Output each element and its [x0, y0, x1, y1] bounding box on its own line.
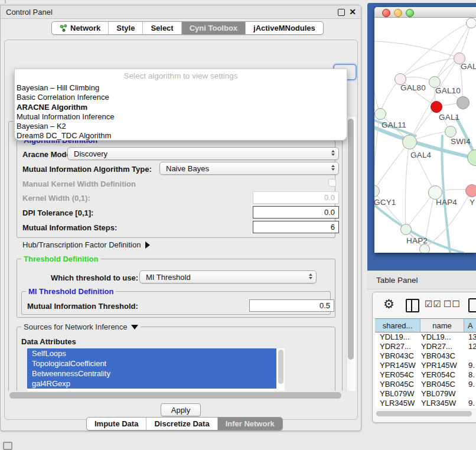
table-panel-window: ⚙ ☑☑ ☐☐ shared... name A YDL19...YDL19..…: [372, 292, 476, 423]
stepper-icon: [331, 165, 335, 171]
network-node-gal4[interactable]: [402, 135, 417, 149]
algorithm-item[interactable]: Bayesian – K2: [15, 122, 347, 131]
table-panel-header: Table Panel: [367, 270, 476, 289]
node-label: GCY1: [374, 198, 396, 207]
mi-threshold-input[interactable]: 0.5: [249, 299, 334, 312]
hub-definition-toggle[interactable]: Hub/Transcription Factor Definition: [22, 240, 150, 249]
bottom-tabbar: Impute Data Discretize Data Infer Networ…: [86, 417, 283, 431]
algorithm-popup-prompt: Select algorithm to view settings: [15, 69, 347, 83]
node-label: Y: [470, 198, 475, 207]
attribute-item[interactable]: SelfLoops: [27, 348, 276, 358]
screen: Control Panel ✕ Network Style Select Cyn…: [0, 0, 476, 450]
tab-network[interactable]: Network: [52, 22, 108, 34]
table-toolbar: ⚙ ☑☑ ☐☐: [373, 292, 476, 318]
kernel-width-label: Kernel Width (0,1):: [22, 194, 90, 203]
kernel-width-input[interactable]: 0.0: [253, 191, 339, 204]
export-table-icon[interactable]: [468, 298, 476, 312]
tab-infer-network[interactable]: Infer Network: [217, 418, 282, 430]
dpi-tolerance-input[interactable]: 0.0: [253, 206, 339, 219]
tab-jactivemnodules[interactable]: jActiveMNodules: [245, 22, 323, 34]
mi-steps-input[interactable]: 6: [253, 221, 339, 233]
column-header-partial[interactable]: A: [464, 319, 476, 332]
table-row[interactable]: YDR27...YDR27...12: [375, 342, 476, 351]
column-header-sharedname[interactable]: shared...: [375, 319, 420, 332]
sources-group-title: Sources for Network Inference: [24, 322, 128, 331]
which-threshold-combobox[interactable]: MI Threshold: [139, 270, 317, 283]
table-panel-title: Table Panel: [367, 276, 418, 285]
table-row[interactable]: YDL19...YDL19...13: [375, 332, 476, 342]
manual-kernel-checkbox[interactable]: [328, 179, 336, 187]
aracne-mode-label: Aracne Mode:: [22, 150, 73, 159]
node-label: SWI4: [451, 137, 471, 146]
algorithm-item[interactable]: Dream8 DC_TDC Algorithm: [15, 131, 347, 141]
tab-discretize-data[interactable]: Discretize Data: [146, 418, 217, 430]
network-node-gal11[interactable]: [374, 108, 386, 120]
stepper-icon: [331, 150, 335, 156]
aracne-mode-combobox[interactable]: Discovery: [67, 147, 339, 160]
node-label: HAP2: [406, 236, 428, 245]
table-row[interactable]: YBL079WYBL079W: [375, 389, 476, 399]
table-hscrollbar-thumb[interactable]: [376, 411, 472, 416]
algorithm-item[interactable]: Mutual Information Inference: [15, 112, 347, 122]
table-row[interactable]: YBR043CYBR043C: [375, 351, 476, 361]
gear-icon[interactable]: ⚙: [383, 297, 395, 311]
network-node-gal1-selected[interactable]: [431, 101, 442, 113]
tab-cyni-toolbox[interactable]: Cyni Toolbox: [181, 22, 245, 34]
select-all-icon[interactable]: ☑☑: [425, 299, 442, 309]
zoom-traffic-light[interactable]: [406, 9, 414, 17]
settings-vscrollbar-track[interactable]: [346, 117, 356, 391]
settings-hscrollbar-thumb[interactable]: [9, 392, 341, 399]
stepper-icon: [309, 273, 312, 279]
expand-right-icon: [145, 242, 150, 249]
attribute-item[interactable]: TopologicalCoefficient: [27, 358, 276, 369]
tab-select[interactable]: Select: [142, 22, 181, 34]
close-icon[interactable]: ✕: [349, 9, 356, 15]
network-node-swi4[interactable]: [445, 126, 457, 138]
tab-impute-data[interactable]: Impute Data: [87, 418, 146, 430]
algorithm-item[interactable]: Basic Correlation Inference: [15, 93, 347, 102]
network-node-salmon[interactable]: [465, 184, 476, 197]
network-node[interactable]: [466, 18, 476, 28]
attribute-item[interactable]: gal4RGexp: [27, 379, 276, 389]
split-columns-icon[interactable]: [406, 299, 419, 312]
column-header-name[interactable]: name: [420, 319, 464, 332]
tab-network-label: Network: [70, 24, 100, 32]
control-panel-window: Control Panel ✕ Network Style Select Cyn…: [0, 5, 361, 431]
apply-button[interactable]: Apply: [161, 403, 201, 416]
node-label: GAL1: [439, 113, 459, 122]
network-node[interactable]: [419, 244, 430, 253]
float-window-icon[interactable]: [338, 9, 345, 16]
dpi-tolerance-label: DPI Tolerance [0,1]:: [22, 208, 93, 217]
table-row[interactable]: YLR345WYLR345W9.: [375, 399, 476, 408]
deselect-all-icon[interactable]: ☐☐: [444, 299, 461, 309]
mi-threshold-label: Mutual Information Threshold:: [27, 302, 138, 311]
network-view-window: GAL GAL80 GAL10 GAL1 GAL11 SWI4 GAL4 GCY…: [374, 7, 476, 253]
node-label: GAL80: [400, 83, 426, 92]
network-canvas[interactable]: GAL GAL80 GAL10 GAL1 GAL11 SWI4 GAL4 GCY…: [374, 18, 476, 253]
cyni-toolbox-panel: galFiltered.sif default node Select algo…: [4, 40, 358, 420]
sources-group-title-wrap[interactable]: Sources for Network Inference: [21, 322, 141, 331]
collapse-down-icon: [131, 325, 138, 330]
network-node-hap2[interactable]: [400, 224, 412, 235]
settings-vscrollbar-thumb[interactable]: [348, 119, 354, 360]
algorithm-item[interactable]: Bayesian – Hill Climbing: [15, 83, 347, 93]
network-node-gray[interactable]: [457, 96, 470, 109]
algorithm-popup: Select algorithm to view settings Bayesi…: [14, 69, 347, 141]
tab-style[interactable]: Style: [108, 22, 142, 34]
network-view-frame: GAL GAL80 GAL10 GAL1 GAL11 SWI4 GAL4 GCY…: [367, 3, 476, 270]
list-scrollbar[interactable]: [278, 350, 283, 384]
minimized-panel-icon[interactable]: [3, 442, 12, 450]
manual-kernel-label: Manual Kernel Width Definition: [22, 180, 136, 188]
mi-type-combobox[interactable]: Naive Bayes: [159, 162, 339, 175]
close-traffic-light[interactable]: [382, 9, 390, 17]
node-label: GAL: [461, 62, 476, 71]
control-panel-titlebar: Control Panel ✕: [1, 5, 361, 19]
attribute-item[interactable]: BetweennessCentrality: [27, 369, 276, 379]
data-attributes-label: Data Attributes: [21, 337, 76, 346]
node-label: GAL11: [382, 120, 406, 129]
minimize-traffic-light[interactable]: [394, 9, 402, 17]
table-row[interactable]: YPR145WYPR145W9.: [375, 361, 476, 370]
algorithm-item-selected[interactable]: ARACNE Algorithm: [15, 103, 347, 112]
table-row[interactable]: YBR045CYBR045C9.: [375, 380, 476, 389]
table-row[interactable]: YER054CYER054C8.: [375, 370, 476, 380]
